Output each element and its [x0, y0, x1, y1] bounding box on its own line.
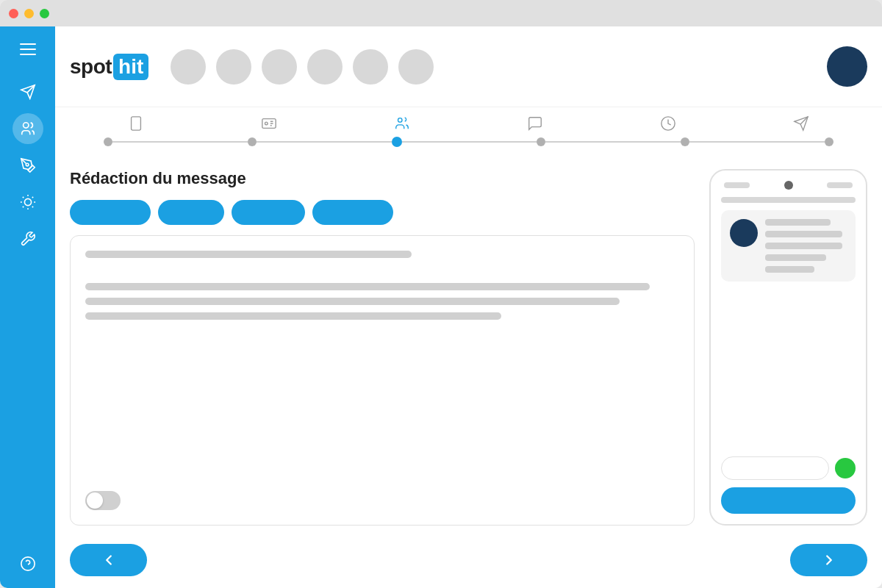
titlebar	[0, 0, 882, 26]
phone-status-right	[827, 182, 853, 188]
message-editor[interactable]	[70, 235, 695, 526]
step-dot-4	[537, 137, 545, 146]
phone-msg-line-2	[765, 231, 842, 237]
phone-preview	[709, 169, 867, 526]
sidebar-item-help[interactable]	[12, 548, 43, 579]
phone-status-left	[724, 182, 750, 188]
step-line-4	[545, 141, 681, 143]
chat-icon	[525, 113, 545, 134]
svg-rect-15	[132, 117, 141, 130]
svg-line-12	[32, 197, 32, 198]
phone-send-circle[interactable]	[835, 458, 856, 478]
step-line-3	[402, 141, 537, 143]
phone-camera	[784, 181, 793, 190]
placeholder-line-1	[85, 251, 412, 258]
minimize-button[interactable]	[24, 9, 34, 18]
svg-line-11	[22, 207, 23, 207]
svg-point-3	[26, 163, 29, 166]
editor-section: Rédaction du message	[70, 169, 695, 526]
header-nav-circles	[171, 49, 827, 85]
toggle-row	[85, 491, 679, 510]
phone-contact-avatar	[730, 219, 758, 247]
clock-icon	[658, 113, 678, 134]
step-send[interactable]	[734, 113, 867, 134]
phone-action-button[interactable]	[721, 487, 856, 514]
svg-rect-17	[262, 119, 276, 129]
svg-line-7	[22, 197, 23, 198]
user-avatar[interactable]	[827, 46, 867, 87]
main-content: spot hit	[55, 26, 882, 588]
placeholder-line-4	[85, 312, 501, 320]
mobile-icon	[126, 113, 146, 134]
nav-circle-6[interactable]	[398, 49, 434, 85]
menu-toggle-button[interactable]	[14, 35, 42, 63]
logo-badge: hit	[113, 54, 148, 80]
app-body: spot hit	[0, 26, 882, 588]
logo: spot hit	[70, 54, 148, 80]
svg-point-19	[398, 118, 403, 123]
svg-point-2	[23, 123, 28, 128]
step-clock[interactable]	[601, 113, 734, 134]
phone-spacer	[721, 289, 856, 449]
placeholder-line-3	[85, 298, 620, 305]
next-arrow-icon	[821, 552, 837, 568]
app-window: spot hit	[0, 0, 882, 588]
step-line-1	[112, 141, 248, 143]
back-button[interactable]	[70, 544, 147, 576]
phone-message-area	[721, 210, 856, 282]
svg-point-4	[24, 198, 31, 205]
sidebar-item-tools[interactable]	[12, 223, 43, 254]
sidebar-item-contacts[interactable]	[12, 113, 43, 144]
steps-icons-row	[70, 107, 867, 137]
sidebar-item-ideas[interactable]	[12, 187, 43, 218]
phone-msg-line-3	[765, 243, 842, 249]
content-area: Rédaction du message	[55, 154, 882, 537]
nav-circle-1[interactable]	[171, 49, 206, 85]
steps-dots-row	[70, 137, 867, 154]
back-arrow-icon	[101, 552, 117, 568]
step-line-5	[689, 141, 825, 143]
idcard-icon	[259, 113, 279, 134]
step-dot-6	[825, 137, 833, 146]
toggle-switch[interactable]	[85, 491, 121, 510]
header: spot hit	[55, 26, 882, 107]
maximize-button[interactable]	[40, 9, 49, 18]
editor-toolbar	[70, 200, 695, 225]
svg-line-8	[32, 207, 32, 207]
next-button[interactable]	[790, 544, 867, 576]
send-icon	[791, 113, 811, 134]
phone-msg-line-4	[765, 254, 826, 261]
nav-circle-3[interactable]	[262, 49, 297, 85]
sidebar-item-campaigns[interactable]	[12, 150, 43, 181]
phone-msg-line-5	[765, 266, 814, 273]
phone-msg-line-1	[765, 219, 831, 226]
nav-circle-4[interactable]	[307, 49, 343, 85]
svg-point-18	[265, 122, 268, 125]
sidebar-item-send[interactable]	[12, 76, 43, 107]
placeholder-line-2	[85, 283, 650, 290]
step-mobile[interactable]	[70, 113, 203, 134]
svg-point-13	[21, 557, 34, 570]
step-line-2	[257, 141, 392, 143]
toolbar-button-1[interactable]	[70, 200, 151, 225]
phone-header-bar	[721, 197, 856, 203]
phone-input-row	[721, 456, 856, 480]
phone-top-bar	[721, 181, 856, 190]
section-title: Rédaction du message	[70, 169, 695, 188]
nav-circle-5[interactable]	[353, 49, 388, 85]
footer-navigation	[55, 537, 882, 588]
toolbar-button-3[interactable]	[232, 200, 305, 225]
step-users[interactable]	[336, 113, 469, 134]
step-chat[interactable]	[468, 113, 601, 134]
toolbar-button-4[interactable]	[312, 200, 393, 225]
step-dot-5	[681, 137, 689, 146]
close-button[interactable]	[9, 9, 18, 18]
nav-circle-2[interactable]	[216, 49, 251, 85]
toggle-knob	[87, 492, 103, 509]
toolbar-button-2[interactable]	[158, 200, 224, 225]
step-dot-2	[248, 137, 257, 146]
phone-message-lines	[765, 219, 847, 273]
steps-progress-bar	[55, 107, 882, 154]
phone-text-input[interactable]	[721, 456, 829, 480]
step-idcard[interactable]	[203, 113, 336, 134]
